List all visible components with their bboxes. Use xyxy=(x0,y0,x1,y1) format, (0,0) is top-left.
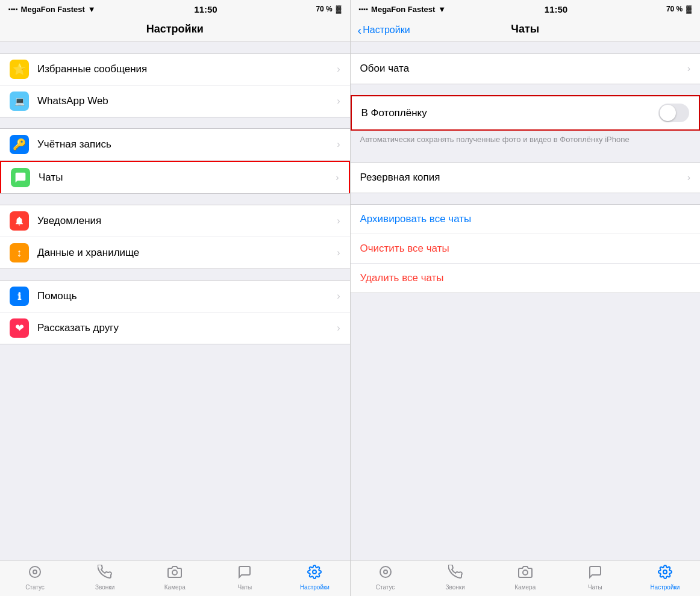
account-label: Учётная запись xyxy=(37,138,332,151)
battery-percent-left: 70 % xyxy=(316,5,332,13)
list-item-wallpaper[interactable]: Обои чата › xyxy=(351,54,701,84)
tab-camera-left[interactable]: Камера xyxy=(158,565,192,591)
whatsapp-web-icon: 💻 xyxy=(10,92,29,111)
gap1 xyxy=(0,42,350,53)
nav-bar-right: ‹ Настройки Чаты xyxy=(351,18,701,42)
action-delete[interactable]: Удалить все чаты xyxy=(351,264,701,293)
gap-r3 xyxy=(351,151,701,162)
chevron-account: › xyxy=(337,139,340,150)
svg-point-2 xyxy=(172,570,177,575)
list-item-help[interactable]: ℹ Помощь › xyxy=(0,281,350,312)
tab-calls-left[interactable]: Звонки xyxy=(89,565,122,591)
settings-content-left: ⭐ Избранные сообщения › 💻 WhatsApp Web ›… xyxy=(0,42,350,560)
status-right-right: 70 % ▓ xyxy=(666,5,692,13)
whatsapp-web-label: WhatsApp Web xyxy=(37,95,332,107)
tab-bar-left: Статус Звонки Камера Чаты Настройки xyxy=(0,560,350,596)
tab-bar-right: Статус Звонки Камера Чаты Настройки xyxy=(351,560,701,596)
battery-icon-right: ▓ xyxy=(686,5,692,13)
battery-icon-left: ▓ xyxy=(336,5,342,13)
list-item-favorites[interactable]: ⭐ Избранные сообщения › xyxy=(0,54,350,85)
tab-settings-label-right: Настройки xyxy=(650,584,680,591)
wifi-icon-left: ▼ xyxy=(88,5,96,14)
gap-r4 xyxy=(351,193,701,204)
page-title-left: Настройки xyxy=(10,23,340,36)
notifications-icon xyxy=(10,211,29,231)
data-icon: ↕ xyxy=(10,243,29,262)
help-icon: ℹ xyxy=(10,287,29,306)
list-item-notifications[interactable]: Уведомления › xyxy=(0,205,350,237)
section-photoroll: В Фотоплёнку xyxy=(351,95,701,131)
tell-friend-label: Рассказать другу xyxy=(37,322,332,334)
favorites-label: Избранные сообщения xyxy=(37,63,332,75)
tab-settings-icon-left xyxy=(307,565,322,583)
tab-calls-label-left: Звонки xyxy=(95,584,114,591)
photoroll-toggle[interactable] xyxy=(658,104,689,122)
gap-r2 xyxy=(351,84,701,95)
section-4: ℹ Помощь › ❤ Рассказать другу › xyxy=(0,280,350,344)
gap2 xyxy=(0,117,350,128)
tab-status-icon-left xyxy=(28,565,42,583)
back-arrow-icon: ‹ xyxy=(358,23,362,37)
signal-icon-right: ▪▪▪▪ xyxy=(359,5,369,13)
notifications-label: Уведомления xyxy=(37,215,332,227)
status-bar-right: ▪▪▪▪ MegaFon Fastest ▼ 11:50 70 % ▓ xyxy=(351,0,701,18)
back-label: Настройки xyxy=(363,25,410,36)
tab-settings-left[interactable]: Настройки xyxy=(298,565,331,591)
tab-calls-label-right: Звонки xyxy=(445,584,464,591)
list-item-tell-friend[interactable]: ❤ Рассказать другу › xyxy=(0,312,350,344)
action-archive[interactable]: Архивировать все чаты xyxy=(351,205,701,234)
list-item-data[interactable]: ↕ Данные и хранилище › xyxy=(0,237,350,269)
tab-settings-icon-right xyxy=(658,565,672,583)
chevron-wallpaper: › xyxy=(687,63,690,74)
gap-r5 xyxy=(351,293,701,304)
wifi-icon-right: ▼ xyxy=(438,5,446,14)
tab-camera-icon-right xyxy=(518,565,533,583)
battery-percent-right: 70 % xyxy=(666,5,683,13)
svg-point-0 xyxy=(30,567,40,577)
tab-status-label-left: Статус xyxy=(25,584,45,591)
chevron-backup: › xyxy=(687,172,690,183)
tab-chats-right[interactable]: Чаты xyxy=(578,565,611,591)
tab-chats-left[interactable]: Чаты xyxy=(228,565,261,591)
tab-camera-label-right: Камера xyxy=(514,584,536,591)
tab-chats-label-left: Чаты xyxy=(237,584,252,591)
chevron-whatsapp-web: › xyxy=(337,96,340,107)
tab-settings-right[interactable]: Настройки xyxy=(648,565,681,591)
svg-point-3 xyxy=(313,570,316,574)
list-item-chats[interactable]: Чаты › xyxy=(0,161,350,193)
chats-icon xyxy=(11,168,30,187)
nav-back-button[interactable]: ‹ Настройки xyxy=(358,23,410,37)
action-clear[interactable]: Очистить все чаты xyxy=(351,234,701,264)
photoroll-label: В Фотоплёнку xyxy=(361,107,659,119)
section-1: ⭐ Избранные сообщения › 💻 WhatsApp Web › xyxy=(0,53,350,117)
svg-point-7 xyxy=(663,570,667,574)
tab-calls-right[interactable]: Звонки xyxy=(439,565,472,591)
list-item-account[interactable]: 🔑 Учётная запись › xyxy=(0,129,350,161)
gap4 xyxy=(0,269,350,280)
section-wallpaper: Обои чата › xyxy=(351,53,701,84)
help-label: Помощь xyxy=(37,290,332,302)
chevron-notifications: › xyxy=(337,216,340,226)
chevron-tell-friend: › xyxy=(337,323,340,334)
tab-chats-icon-left xyxy=(237,565,252,583)
backup-label: Резервная копия xyxy=(360,172,683,184)
status-bar-left: ▪▪▪▪ MegaFon Fastest ▼ 11:50 70 % ▓ xyxy=(0,0,350,18)
time-left: 11:50 xyxy=(194,4,217,14)
tab-status-right[interactable]: Статус xyxy=(369,565,402,591)
chats-label: Чаты xyxy=(39,172,331,184)
tab-camera-label-left: Камера xyxy=(164,584,186,591)
account-icon: 🔑 xyxy=(10,135,29,154)
status-left-right: ▪▪▪▪ MegaFon Fastest ▼ xyxy=(359,5,446,14)
section-2: 🔑 Учётная запись › Чаты › xyxy=(0,128,350,194)
tab-calls-icon-right xyxy=(448,565,463,583)
tab-camera-right[interactable]: Камера xyxy=(508,565,542,591)
right-screen: ▪▪▪▪ MegaFon Fastest ▼ 11:50 70 % ▓ ‹ На… xyxy=(351,0,701,596)
list-item-backup[interactable]: Резервная копия › xyxy=(351,163,701,193)
section-backup: Резервная копия › xyxy=(351,162,701,193)
list-item-whatsapp-web[interactable]: 💻 WhatsApp Web › xyxy=(0,85,350,117)
time-right: 11:50 xyxy=(545,4,567,14)
tab-status-left[interactable]: Статус xyxy=(19,565,52,591)
favorites-icon: ⭐ xyxy=(10,60,29,79)
svg-point-1 xyxy=(33,570,37,574)
status-left: ▪▪▪▪ MegaFon Fastest ▼ xyxy=(8,5,96,14)
